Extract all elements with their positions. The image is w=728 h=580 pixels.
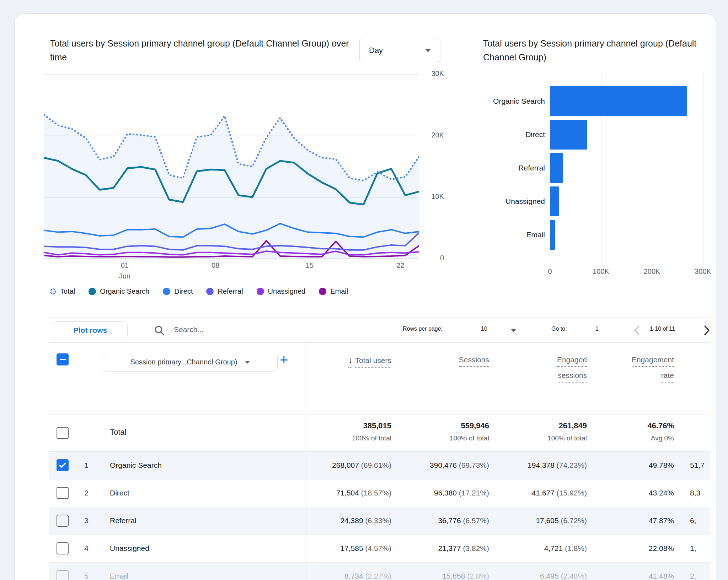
bar-chart[interactable] bbox=[550, 70, 714, 265]
bar-direct[interactable] bbox=[550, 120, 587, 150]
row-checkbox[interactable] bbox=[57, 570, 69, 580]
x-axis-month-label: Jun bbox=[111, 272, 139, 280]
legend-item-direct[interactable]: Direct bbox=[163, 287, 193, 296]
bar-category-label: Email bbox=[403, 231, 545, 239]
clipped-metric-cell: 51,7 bbox=[690, 461, 705, 470]
bar-category-label: Organic Search bbox=[403, 97, 545, 105]
table-row-direct[interactable]: 2Direct71,504 (18.57%)96,380 (17.21%)41,… bbox=[49, 479, 710, 507]
row-checkbox[interactable] bbox=[57, 459, 69, 471]
x-axis-tick: 22 bbox=[386, 261, 414, 270]
previous-page-icon[interactable] bbox=[632, 324, 642, 337]
x-axis-tick: 01 bbox=[111, 261, 139, 270]
legend-label: Total bbox=[60, 287, 75, 296]
metric-cell: 43.24% bbox=[532, 489, 674, 497]
total-value: 46.76% bbox=[532, 421, 674, 430]
table-row-referral[interactable]: 3Referral24,389 (6.33%)36,776 (6.57%)17,… bbox=[49, 507, 710, 535]
metric-cell: 49.78% bbox=[532, 461, 674, 470]
row-checkbox[interactable] bbox=[57, 487, 69, 499]
search-input[interactable]: Search... bbox=[174, 325, 204, 334]
channel-name: Unassigned bbox=[110, 544, 149, 553]
table-row-unassigned[interactable]: 4Unassigned17,585 (4.57%)21,377 (3.82%)4… bbox=[49, 535, 710, 563]
bar-referral[interactable] bbox=[550, 153, 563, 183]
legend-label: Unassigned bbox=[268, 287, 306, 296]
dimension-selector-value: Session primary...Channel Group) bbox=[130, 358, 237, 366]
x-axis-tick: 08 bbox=[201, 261, 230, 270]
bar-gridline bbox=[703, 70, 703, 265]
legend-item-referral[interactable]: Referral bbox=[206, 287, 243, 296]
y-axis-tick: 0 bbox=[422, 254, 444, 263]
bar-organic-search[interactable] bbox=[550, 86, 687, 116]
bar-chart-title: Total users by Session primary channel g… bbox=[483, 37, 703, 64]
legend-item-unassigned[interactable]: Unassigned bbox=[257, 287, 306, 296]
bar-unassigned[interactable] bbox=[550, 186, 559, 216]
pagination-range: 1-10 of 11 bbox=[650, 326, 675, 332]
legend-dot-icon bbox=[163, 288, 170, 295]
select-all-checkbox[interactable] bbox=[57, 353, 69, 365]
row-checkbox[interactable] bbox=[57, 542, 69, 554]
toolbar-divider bbox=[140, 318, 140, 343]
bar-email[interactable] bbox=[550, 220, 555, 250]
data-table: Plot rows Search... Rows per page: 10 Go… bbox=[49, 318, 710, 580]
total-cell: 46.76%Avg 0% bbox=[532, 421, 674, 442]
bar-category-label: Unassigned bbox=[403, 197, 545, 206]
report-card: Total users by Session primary channel g… bbox=[14, 13, 716, 580]
legend-label: Email bbox=[330, 287, 348, 296]
granularity-value: Day bbox=[369, 46, 425, 55]
y-axis-tick: 30K bbox=[422, 70, 444, 79]
metric-cell: 47.87% bbox=[532, 516, 674, 525]
total-row-checkbox[interactable] bbox=[57, 427, 69, 439]
table-rows: 1Organic Search268,007 (69.61%)390,476 (… bbox=[49, 452, 710, 580]
bar-x-axis-tick: 300K bbox=[687, 267, 719, 276]
bar-category-label: Referral bbox=[403, 164, 545, 172]
goto-page-input[interactable]: 1 bbox=[595, 326, 599, 332]
next-page-icon[interactable] bbox=[702, 324, 710, 337]
rows-per-page-select[interactable]: 10 bbox=[481, 326, 487, 332]
table-row-email[interactable]: 5Email8,734 (2.27%)15,658 (2.8%)6,495 (2… bbox=[49, 563, 710, 580]
line-chart-title: Total users by Session primary channel g… bbox=[50, 37, 352, 64]
chart-legend: TotalOrganic SearchDirectReferralUnassig… bbox=[50, 287, 348, 296]
table-total-row: Total 385,015100% of total559,946100% of… bbox=[49, 415, 710, 452]
chevron-down-icon[interactable] bbox=[511, 329, 516, 332]
metric-cell: 22.08% bbox=[532, 544, 674, 553]
legend-dot-icon bbox=[89, 288, 96, 295]
goto-label: Go to: bbox=[551, 326, 567, 332]
legend-item-organic-search[interactable]: Organic Search bbox=[89, 287, 149, 296]
bar-x-axis-tick: 0 bbox=[534, 267, 566, 276]
bar-category-label: Direct bbox=[403, 130, 545, 139]
legend-dot-icon bbox=[257, 288, 264, 295]
clipped-metric-cell: 8,3 bbox=[690, 489, 700, 497]
granularity-dropdown[interactable]: Day bbox=[359, 38, 440, 63]
legend-dot-icon bbox=[206, 288, 214, 295]
table-row-organic-search[interactable]: 1Organic Search268,007 (69.61%)390,476 (… bbox=[49, 452, 710, 479]
legend-label: Referral bbox=[218, 287, 243, 296]
row-index: 1 bbox=[80, 461, 93, 470]
bar-x-axis-tick: 100K bbox=[585, 267, 617, 276]
bar-x-axis-tick: 200K bbox=[636, 267, 668, 276]
channel-name: Referral bbox=[110, 516, 136, 525]
row-index: 2 bbox=[80, 489, 93, 497]
total-row-label: Total bbox=[110, 428, 126, 437]
table-header-row: Session primary...Channel Group) + ↓Tota… bbox=[49, 343, 710, 415]
table-column-divider bbox=[306, 343, 306, 580]
metric-cell: 41.48% bbox=[532, 572, 674, 580]
channel-name: Direct bbox=[110, 489, 129, 497]
legend-item-email[interactable]: Email bbox=[319, 287, 348, 296]
legend-label: Direct bbox=[174, 287, 193, 296]
chevron-down-icon bbox=[425, 49, 431, 52]
plot-rows-button[interactable]: Plot rows bbox=[53, 321, 128, 339]
legend-dot-icon bbox=[319, 288, 326, 295]
search-icon bbox=[154, 325, 165, 336]
column-header-engagement-rate[interactable]: Engagementrate bbox=[532, 356, 674, 387]
check-icon bbox=[58, 461, 67, 470]
table-toolbar: Plot rows Search... Rows per page: 10 Go… bbox=[49, 318, 710, 343]
row-index: 4 bbox=[80, 544, 93, 553]
row-checkbox[interactable] bbox=[57, 515, 69, 527]
rows-per-page-label: Rows per page: bbox=[403, 326, 443, 332]
legend-label: Organic Search bbox=[100, 287, 149, 296]
indeterminate-dash-icon bbox=[60, 359, 66, 360]
line-chart[interactable] bbox=[44, 74, 419, 259]
channel-name: Organic Search bbox=[110, 461, 162, 470]
x-axis-tick: 15 bbox=[295, 261, 324, 270]
legend-item-total[interactable]: Total bbox=[50, 287, 75, 296]
row-index: 3 bbox=[80, 516, 93, 525]
